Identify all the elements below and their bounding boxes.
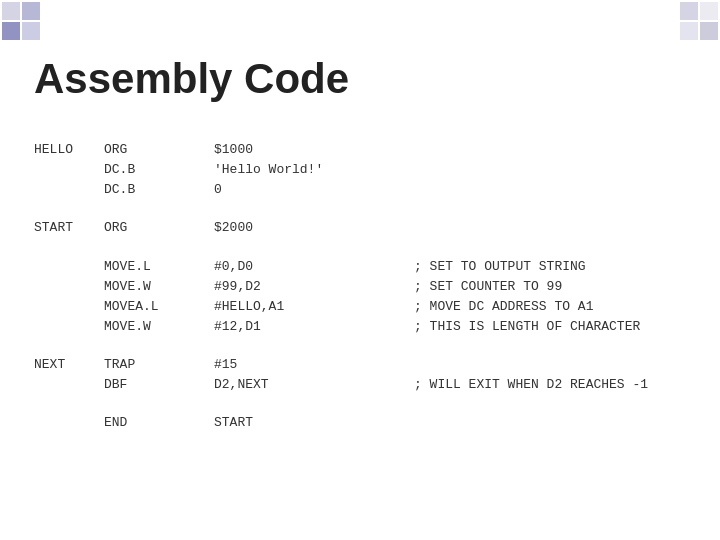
code-operand: #HELLO,A1 [214,297,414,317]
corner-decoration-left [0,0,80,50]
code-operand: $2000 [214,218,414,238]
code-instruction: MOVEA.L [104,297,214,317]
code-line: MOVEA.L#HELLO,A1; MOVE DC ADDRESS TO A1 [34,297,700,317]
code-line: HELLOORG$1000 [34,140,700,160]
code-instruction: END [104,413,214,433]
code-line: DC.B0 [34,180,700,200]
code-line: MOVE.W#99,D2; SET COUNTER TO 99 [34,277,700,297]
code-comment: ; THIS IS LENGTH OF CHARACTER [414,317,640,337]
code-line: MOVE.L#0,D0; SET TO OUTPUT STRING [34,257,700,277]
code-operand: #99,D2 [214,277,414,297]
code-label [34,160,104,180]
code-spacer [34,395,700,413]
code-label [34,375,104,395]
code-line: DBFD2,NEXT; WILL EXIT WHEN D2 REACHES -1 [34,375,700,395]
code-comment: ; SET TO OUTPUT STRING [414,257,586,277]
code-line: NEXTTRAP#15 [34,355,700,375]
code-label [34,277,104,297]
code-label [34,180,104,200]
code-instruction: MOVE.L [104,257,214,277]
code-spacer [34,337,700,355]
code-instruction: DBF [104,375,214,395]
code-operand: START [214,413,414,433]
corner-decoration-right [640,0,720,50]
code-instruction: DC.B [104,160,214,180]
code-operand: #12,D1 [214,317,414,337]
code-instruction: ORG [104,218,214,238]
code-label [34,317,104,337]
code-spacer [34,200,700,218]
code-line: MOVE.W#12,D1; THIS IS LENGTH OF CHARACTE… [34,317,700,337]
code-label: NEXT [34,355,104,375]
code-label [34,257,104,277]
code-instruction: ORG [104,140,214,160]
code-instruction: MOVE.W [104,317,214,337]
code-operand: $1000 [214,140,414,160]
code-spacer [34,239,700,257]
code-operand: #0,D0 [214,257,414,277]
code-instruction: DC.B [104,180,214,200]
code-comment: ; WILL EXIT WHEN D2 REACHES -1 [414,375,648,395]
code-label: HELLO [34,140,104,160]
code-line: DC.B'Hello World!' [34,160,700,180]
code-instruction: TRAP [104,355,214,375]
code-comment: ; SET COUNTER TO 99 [414,277,562,297]
page-title: Assembly Code [34,55,349,103]
code-line: ENDSTART [34,413,700,433]
code-comment: ; MOVE DC ADDRESS TO A1 [414,297,593,317]
code-line: STARTORG$2000 [34,218,700,238]
code-instruction: MOVE.W [104,277,214,297]
code-operand: 'Hello World!' [214,160,414,180]
code-content: HELLOORG$1000DC.B'Hello World!'DC.B0STAR… [34,140,700,434]
code-operand: #15 [214,355,414,375]
code-label: START [34,218,104,238]
code-operand: 0 [214,180,414,200]
code-operand: D2,NEXT [214,375,414,395]
code-label [34,413,104,433]
code-label [34,297,104,317]
